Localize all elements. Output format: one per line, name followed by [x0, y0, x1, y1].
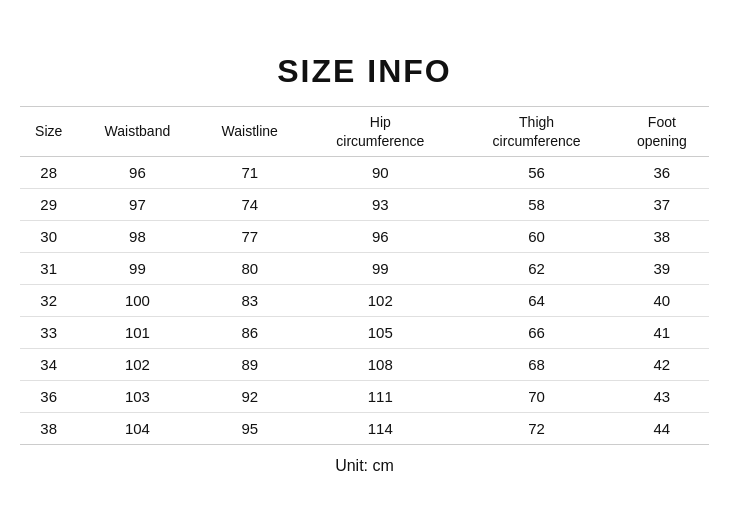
cell-hip_circumference: 96	[302, 220, 458, 252]
cell-thigh_circumference: 58	[458, 188, 614, 220]
cell-size: 33	[20, 316, 77, 348]
cell-waistline: 77	[197, 220, 302, 252]
cell-waistband: 100	[77, 284, 197, 316]
cell-hip_circumference: 93	[302, 188, 458, 220]
cell-foot_opening: 42	[615, 348, 709, 380]
cell-waistline: 95	[197, 412, 302, 444]
cell-waistline: 89	[197, 348, 302, 380]
table-row: 319980996239	[20, 252, 709, 284]
cell-thigh_circumference: 64	[458, 284, 614, 316]
cell-size: 31	[20, 252, 77, 284]
cell-waistband: 101	[77, 316, 197, 348]
table-row: 289671905636	[20, 156, 709, 188]
cell-hip_circumference: 108	[302, 348, 458, 380]
table-row: 309877966038	[20, 220, 709, 252]
cell-size: 34	[20, 348, 77, 380]
size-table: SizeWaistbandWaistlineHip circumferenceT…	[20, 106, 709, 444]
table-row: 32100831026440	[20, 284, 709, 316]
cell-foot_opening: 38	[615, 220, 709, 252]
cell-waistline: 83	[197, 284, 302, 316]
column-header-hip_circumference: Hip circumference	[302, 107, 458, 156]
table-header-row: SizeWaistbandWaistlineHip circumferenceT…	[20, 107, 709, 156]
column-header-thigh_circumference: Thigh circumference	[458, 107, 614, 156]
cell-foot_opening: 43	[615, 380, 709, 412]
cell-size: 36	[20, 380, 77, 412]
cell-waistband: 104	[77, 412, 197, 444]
cell-waistband: 97	[77, 188, 197, 220]
cell-thigh_circumference: 72	[458, 412, 614, 444]
cell-size: 38	[20, 412, 77, 444]
cell-waistline: 71	[197, 156, 302, 188]
cell-size: 32	[20, 284, 77, 316]
table-row: 34102891086842	[20, 348, 709, 380]
cell-thigh_circumference: 70	[458, 380, 614, 412]
cell-waistband: 98	[77, 220, 197, 252]
cell-waistline: 74	[197, 188, 302, 220]
cell-thigh_circumference: 68	[458, 348, 614, 380]
table-row: 38104951147244	[20, 412, 709, 444]
column-header-size: Size	[20, 107, 77, 156]
cell-foot_opening: 40	[615, 284, 709, 316]
column-header-foot_opening: Foot opening	[615, 107, 709, 156]
cell-waistline: 92	[197, 380, 302, 412]
cell-thigh_circumference: 66	[458, 316, 614, 348]
cell-thigh_circumference: 60	[458, 220, 614, 252]
cell-waistband: 102	[77, 348, 197, 380]
cell-hip_circumference: 102	[302, 284, 458, 316]
cell-waistband: 103	[77, 380, 197, 412]
cell-hip_circumference: 99	[302, 252, 458, 284]
cell-size: 29	[20, 188, 77, 220]
column-header-waistline: Waistline	[197, 107, 302, 156]
cell-hip_circumference: 111	[302, 380, 458, 412]
cell-size: 28	[20, 156, 77, 188]
column-header-waistband: Waistband	[77, 107, 197, 156]
table-row: 299774935837	[20, 188, 709, 220]
cell-waistband: 99	[77, 252, 197, 284]
page-title: SIZE INFO	[277, 53, 451, 90]
table-row: 33101861056641	[20, 316, 709, 348]
cell-foot_opening: 37	[615, 188, 709, 220]
cell-hip_circumference: 114	[302, 412, 458, 444]
table-row: 36103921117043	[20, 380, 709, 412]
cell-foot_opening: 44	[615, 412, 709, 444]
cell-size: 30	[20, 220, 77, 252]
cell-foot_opening: 39	[615, 252, 709, 284]
cell-thigh_circumference: 62	[458, 252, 614, 284]
cell-foot_opening: 41	[615, 316, 709, 348]
cell-foot_opening: 36	[615, 156, 709, 188]
cell-thigh_circumference: 56	[458, 156, 614, 188]
cell-waistline: 86	[197, 316, 302, 348]
cell-waistband: 96	[77, 156, 197, 188]
cell-hip_circumference: 105	[302, 316, 458, 348]
cell-hip_circumference: 90	[302, 156, 458, 188]
unit-label: Unit: cm	[335, 457, 394, 475]
cell-waistline: 80	[197, 252, 302, 284]
